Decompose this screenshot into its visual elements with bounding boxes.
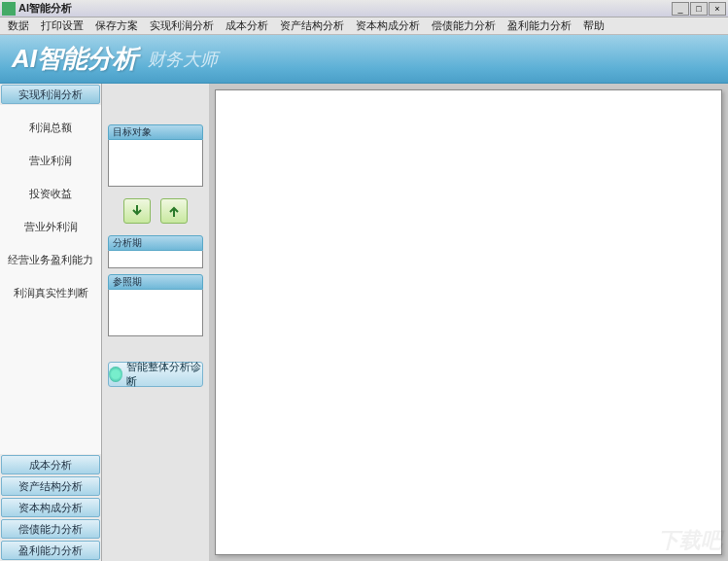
banner: AI智能分析 财务大师 — [0, 35, 728, 84]
section-profit-analysis[interactable]: 实现利润分析 — [1, 85, 100, 104]
diagnosis-label: 智能整体分析诊断 — [126, 360, 202, 389]
close-button[interactable]: × — [709, 2, 726, 16]
arrow-up-icon — [166, 203, 182, 219]
menu-capital[interactable]: 资本构成分析 — [350, 18, 426, 33]
smart-diagnosis-button[interactable]: 智能整体分析诊断 — [108, 362, 203, 387]
target-list[interactable] — [108, 140, 203, 187]
minimize-button[interactable]: _ — [672, 2, 689, 16]
menu-profitability[interactable]: 盈利能力分析 — [502, 18, 577, 33]
canvas-area — [209, 84, 728, 561]
reference-period-header: 参照期 — [108, 274, 203, 290]
arrow-down-button[interactable] — [123, 198, 151, 224]
analysis-period-header: 分析期 — [108, 235, 203, 251]
report-page[interactable] — [215, 89, 722, 555]
menu-data[interactable]: 数据 — [2, 18, 35, 33]
nav-profit-authenticity[interactable]: 利润真实性判断 — [0, 276, 101, 309]
menu-print[interactable]: 打印设置 — [35, 18, 89, 33]
target-panel-header: 目标对象 — [108, 124, 203, 140]
diagnosis-icon — [109, 367, 122, 382]
nav-operating-profit[interactable]: 营业利润 — [0, 144, 101, 177]
arrow-down-icon — [129, 203, 145, 219]
menu-profit[interactable]: 实现利润分析 — [144, 18, 220, 33]
reference-period-panel: 参照期 — [108, 274, 203, 336]
arrow-up-button[interactable] — [160, 198, 188, 224]
nav-business-profitability[interactable]: 经营业务盈利能力 — [0, 243, 101, 276]
section-capital[interactable]: 资本构成分析 — [1, 498, 100, 517]
sidebar: 实现利润分析 利润总额 营业利润 投资收益 营业外利润 经营业务盈利能力 利润真… — [0, 84, 102, 561]
section-profitability[interactable]: 盈利能力分析 — [1, 541, 100, 560]
menu-debt[interactable]: 偿债能力分析 — [426, 18, 502, 33]
reference-period-list[interactable] — [108, 290, 203, 336]
maximize-button[interactable]: □ — [690, 2, 708, 16]
window-title: AI智能分析 — [18, 1, 671, 16]
app-icon — [2, 2, 16, 16]
menu-help[interactable]: 帮助 — [577, 18, 610, 33]
banner-subtitle: 财务大师 — [148, 48, 218, 71]
nav-nonoperating-profit[interactable]: 营业外利润 — [0, 210, 101, 243]
analysis-period-panel: 分析期 — [108, 235, 203, 268]
section-cost[interactable]: 成本分析 — [1, 455, 100, 474]
menu-asset[interactable]: 资产结构分析 — [274, 18, 350, 33]
section-asset[interactable]: 资产结构分析 — [1, 476, 100, 496]
nav-investment-income[interactable]: 投资收益 — [0, 177, 101, 210]
analysis-period-input[interactable] — [108, 251, 203, 268]
control-column: 目标对象 分析期 参照期 智能整体分析诊断 — [102, 84, 209, 561]
menubar: 数据 打印设置 保存方案 实现利润分析 成本分析 资产结构分析 资本构成分析 偿… — [0, 18, 728, 35]
nav-list: 利润总额 营业利润 投资收益 营业外利润 经营业务盈利能力 利润真实性判断 — [0, 105, 101, 454]
menu-cost[interactable]: 成本分析 — [220, 18, 274, 33]
menu-save[interactable]: 保存方案 — [89, 18, 144, 33]
target-panel: 目标对象 — [108, 124, 203, 187]
banner-title: AI智能分析 — [12, 42, 138, 76]
nav-total-profit[interactable]: 利润总额 — [0, 111, 101, 144]
titlebar: AI智能分析 _ □ × — [0, 0, 728, 18]
section-debt[interactable]: 偿债能力分析 — [1, 519, 100, 539]
